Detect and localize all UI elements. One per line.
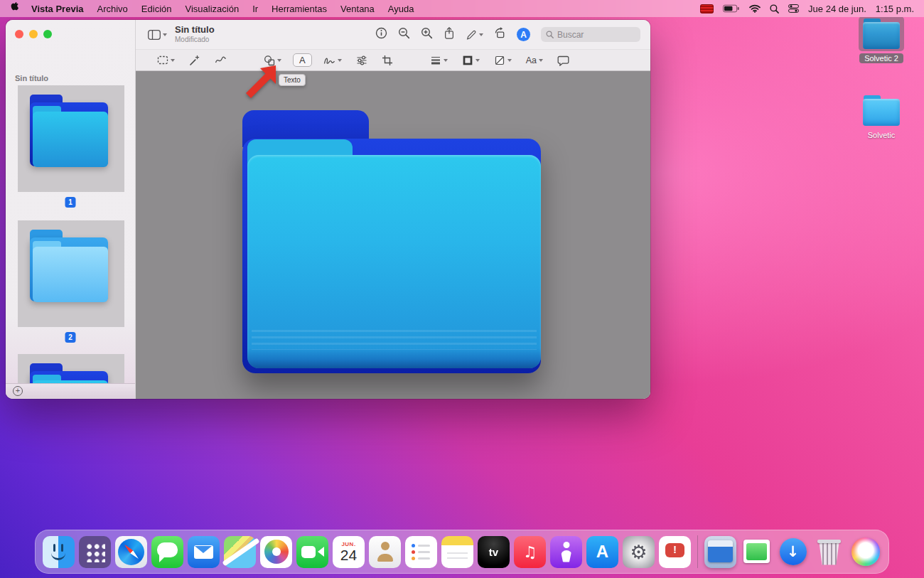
reminders-dock-icon[interactable] [405,536,437,568]
sidebar-thumbnail-2[interactable] [18,220,124,327]
dock-separator [697,535,698,568]
crop-tool-button[interactable] [379,53,396,68]
share-button[interactable] [444,26,455,43]
search-field[interactable]: Buscar [541,27,640,42]
sketch-tool-button[interactable] [212,53,230,67]
text-tool-button[interactable] [293,53,312,67]
zoom-out-button[interactable] [398,27,410,42]
crop-icon [382,55,393,66]
instant-alpha-tool-button[interactable] [186,53,203,68]
system-preferences-dock-icon[interactable] [623,536,655,568]
icon-box [859,93,904,128]
markup-pen-button[interactable] [466,29,483,41]
sidebar-toggle-button[interactable] [148,30,167,40]
contacts-dock-icon[interactable] [369,536,401,568]
tv-logo-text: tv [489,546,498,558]
adjust-color-button[interactable] [353,53,370,68]
menu-archivo[interactable]: Archivo [97,4,127,14]
music-dock-icon[interactable] [514,536,546,568]
spotlight-search-icon[interactable] [770,4,779,14]
folder-image-front [247,139,541,374]
add-page-button[interactable]: + [13,386,23,396]
mail-dock-icon[interactable] [188,536,220,568]
border-color-icon [494,55,505,66]
trash-dock-icon[interactable] [813,536,845,568]
desktop-icon-solvetic[interactable]: Solvetic [852,93,911,140]
sidebar-thumbnail-3[interactable] [18,354,124,384]
search-placeholder: Buscar [557,30,584,40]
chevron-down-icon [163,33,167,36]
border-color-button[interactable] [491,53,515,68]
menu-visualizacion[interactable]: Visualización [185,4,239,14]
chevron-down-icon [479,33,483,36]
screen-recording-indicator-icon[interactable] [700,4,714,14]
window-titlebar: Sin título Modificado [136,20,650,50]
sketch-icon [215,55,227,65]
minimize-button[interactable] [29,30,38,38]
chevron-down-icon [338,59,342,62]
pencil-icon [466,29,477,41]
line-style-button[interactable] [427,53,451,67]
desktop-icon-label: Solvetic 2 [859,53,903,63]
menu-bar-time[interactable]: 1:15 p.m. [876,4,914,14]
siri-dock-icon[interactable] [849,536,881,568]
minimized-window-blue-dock-icon[interactable] [704,536,736,568]
rotate-button[interactable] [494,27,506,42]
chevron-down-icon [507,59,512,62]
menu-ventana[interactable]: Ventana [340,4,375,14]
text-tool-icon [299,55,306,65]
app-store-dock-icon[interactable] [586,536,618,568]
facetime-dock-icon[interactable] [296,536,328,568]
menu-ayuda[interactable]: Ayuda [388,4,414,14]
minimized-window-green-dock-icon[interactable] [741,536,773,568]
maps-dock-icon[interactable] [224,536,256,568]
menu-herramientas[interactable]: Herramientas [272,4,327,14]
selection-tool-button[interactable] [154,53,178,67]
calendar-dock-icon[interactable]: JUN. 24 [333,536,365,568]
control-center-icon[interactable] [788,4,799,13]
sliders-icon [356,55,367,66]
sidebar-document-title: Sin título [15,74,48,82]
markup-toolbar: Aa [136,50,650,71]
notes-dock-icon[interactable] [441,536,473,568]
desktop-icon-solvetic-2[interactable]: Solvetic 2 [852,16,911,63]
border-style-button[interactable] [459,53,483,68]
window-title: Sin título [175,25,215,36]
info-button[interactable] [375,27,387,42]
annotate-comment-button[interactable] [554,53,572,68]
zoom-button[interactable] [43,30,52,38]
signature-tool-button[interactable] [321,53,345,67]
sidebar-thumbnail-1[interactable] [18,85,124,192]
share-icon [444,26,455,40]
apple-menu[interactable] [10,2,19,15]
line-thickness-icon [430,55,441,65]
messages-dock-icon[interactable] [151,536,183,568]
menu-app-name[interactable]: Vista Previa [31,4,83,14]
zoom-in-button[interactable] [421,27,433,42]
launchpad-dock-icon[interactable] [79,536,111,568]
safari-dock-icon[interactable] [115,536,147,568]
text-tool-tooltip: Texto [279,74,306,86]
document-canvas[interactable] [136,71,650,399]
downloads-dock-icon[interactable] [777,536,809,568]
window-title-block: Sin título Modificado [175,25,215,43]
menu-edicion[interactable]: Edición [141,4,172,14]
preview-window: Sin título 1 2 + Sin título Modificado [6,20,650,399]
window-sidebar: Sin título 1 2 + [6,20,136,399]
podcasts-dock-icon[interactable] [550,536,582,568]
menu-ir[interactable]: Ir [252,4,258,14]
chevron-down-icon [171,59,175,62]
photos-dock-icon[interactable] [260,536,292,568]
close-button[interactable] [15,30,23,38]
markup-toolbar-toggle-button[interactable] [517,28,530,41]
border-square-icon [462,55,473,66]
text-style-button[interactable]: Aa [523,54,546,67]
menu-bar-date[interactable]: Jue 24 de jun. [808,4,866,14]
finder-dock-icon[interactable] [43,536,75,568]
wifi-icon[interactable] [749,4,761,13]
feedback-assistant-dock-icon[interactable] [659,536,691,568]
battery-icon[interactable] [723,4,740,13]
apple-tv-dock-icon[interactable]: tv [478,536,510,568]
page-badge-2: 2 [65,332,76,343]
chevron-down-icon [277,59,281,62]
